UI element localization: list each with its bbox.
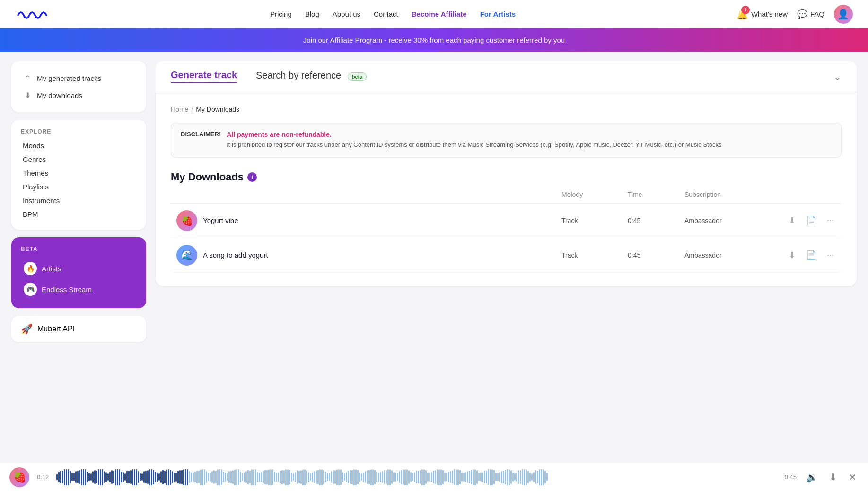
nav-about[interactable]: About us (333, 10, 360, 18)
waveform-bar (463, 473, 465, 482)
waveform-bar (499, 472, 500, 482)
waveform-bar (397, 473, 398, 482)
nav-blog[interactable]: Blog (305, 10, 319, 18)
main-content: Generate track Search by reference beta … (156, 61, 857, 452)
track-document-button[interactable]: 📄 (804, 248, 818, 262)
header-right: 🔔 1 What's new 💬 FAQ 👤 (736, 5, 853, 24)
logo[interactable] (15, 6, 49, 23)
breadcrumb-home[interactable]: Home (171, 106, 188, 113)
sidebar: ⌃ My generated tracks ⬇ My downloads EXP… (11, 61, 146, 452)
waveform-bar (442, 470, 444, 484)
waveform-bar (403, 469, 404, 484)
sidebar-item-moods[interactable]: Moods (21, 139, 137, 152)
close-player-button[interactable]: ✕ (847, 470, 859, 485)
tab-items: Generate track Search by reference beta (171, 70, 367, 83)
waveform-bar (520, 470, 521, 484)
volume-button[interactable]: 🔉 (804, 470, 820, 485)
waveform-bar (272, 469, 273, 485)
sidebar-item-playlists[interactable]: Playlists (21, 180, 137, 194)
waveform-bar (306, 470, 307, 484)
waveform-bar (85, 469, 86, 485)
waveform[interactable] (56, 469, 777, 486)
waveform-bar (323, 470, 324, 485)
waveform-bar (505, 470, 506, 484)
waveform-bar (482, 473, 483, 482)
waveform-bar (312, 473, 313, 482)
waveform-bar (469, 471, 470, 483)
waveform-bar (539, 469, 540, 485)
waveform-bar (448, 472, 449, 482)
waveform-bar (416, 471, 417, 484)
banner-text: Join our Affiliate Program - receive 30%… (303, 36, 565, 44)
waveform-bar (446, 473, 447, 482)
disclaimer-warning: All payments are non-refundable. (227, 131, 721, 138)
waveform-bar (189, 471, 190, 482)
waveform-bar (149, 469, 150, 485)
tab-generate-track[interactable]: Generate track (171, 70, 237, 83)
waveform-bar (145, 471, 147, 483)
waveform-bar (510, 470, 512, 484)
whats-new-button[interactable]: 🔔 1 What's new (736, 9, 788, 20)
waveform-bar (193, 473, 194, 482)
waveform-bar (351, 470, 353, 484)
waveform-bar (175, 473, 177, 482)
download-player-button[interactable]: ⬇ (827, 470, 839, 485)
sidebar-item-themes[interactable]: Themes (21, 166, 137, 180)
waveform-bar (153, 470, 154, 485)
waveform-bar (283, 470, 285, 484)
waveform-bar (204, 469, 205, 485)
waveform-bar (244, 473, 245, 482)
nav-contact[interactable]: Contact (374, 10, 398, 18)
waveform-bar (361, 473, 362, 481)
waveform-bar (151, 469, 152, 485)
track-time: 0:45 (628, 217, 684, 224)
track-name: A song to add yogurt (203, 251, 268, 259)
waveform-bar (437, 469, 438, 485)
user-avatar[interactable]: 👤 (834, 5, 853, 24)
waveform-bar (289, 470, 290, 485)
waveform-bar (71, 473, 73, 482)
waveform-bar (104, 471, 105, 483)
track-document-button[interactable]: 📄 (804, 214, 818, 228)
waveform-bar (206, 471, 207, 483)
waveform-bar (444, 473, 446, 482)
sidebar-item-genres[interactable]: Genres (21, 152, 137, 166)
api-card[interactable]: 🚀 Mubert API (11, 316, 146, 342)
track-download-button[interactable]: ⬇ (787, 248, 798, 262)
info-icon[interactable]: i (247, 172, 257, 182)
waveform-bar (476, 470, 478, 484)
nav-for-artists[interactable]: For Artists (480, 10, 516, 18)
waveform-bar (325, 472, 326, 482)
sidebar-item-generated-tracks[interactable]: ⌃ My generated tracks (21, 70, 137, 87)
waveform-bar (516, 473, 517, 482)
faq-button[interactable]: 💬 FAQ (797, 9, 824, 19)
table-row[interactable]: 🍓 Yogurt vibe Track 0:45 Ambassador ⬇ 📄 … (171, 204, 842, 238)
affiliate-banner[interactable]: Join our Affiliate Program - receive 30%… (0, 28, 868, 52)
sidebar-item-endless-stream[interactable]: 🎮 Endless Stream (21, 279, 137, 300)
waveform-bar (238, 469, 239, 485)
tab-chevron-down-icon[interactable]: ⌄ (833, 71, 842, 82)
faq-label: FAQ (810, 10, 824, 18)
waveform-bar (543, 469, 544, 485)
sidebar-item-instruments[interactable]: Instruments (21, 194, 137, 207)
waveform-bar (187, 469, 188, 485)
sidebar-item-bpm[interactable]: BPM (21, 207, 137, 221)
waveform-bar (111, 470, 113, 483)
waveform-bar (300, 470, 302, 484)
nav-pricing[interactable]: Pricing (270, 10, 292, 18)
track-more-button[interactable]: ··· (825, 248, 836, 262)
waveform-bar (527, 471, 529, 484)
waveform-bar (210, 473, 211, 482)
my-generated-tracks-label: My generated tracks (37, 74, 101, 82)
nav-become-affiliate[interactable]: Become Affiliate (412, 10, 467, 18)
sidebar-item-artists[interactable]: 🔥 Artists (21, 258, 137, 279)
waveform-bar (221, 469, 222, 485)
track-more-button[interactable]: ··· (825, 214, 836, 227)
table-row[interactable]: 🌊 A song to add yogurt Track 0:45 Ambass… (171, 238, 842, 273)
waveform-bar (60, 471, 61, 484)
track-download-button[interactable]: ⬇ (787, 214, 798, 228)
tab-search-by-reference[interactable]: Search by reference beta (256, 70, 367, 83)
sidebar-item-my-downloads[interactable]: ⬇ My downloads (21, 87, 137, 104)
waveform-bar (431, 472, 432, 482)
waveform-bar (117, 469, 118, 485)
